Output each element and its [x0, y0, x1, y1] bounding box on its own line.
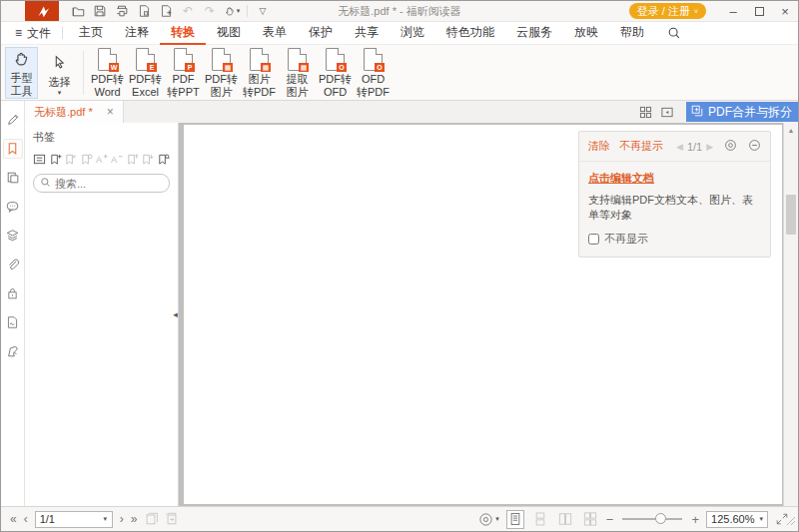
- facing-view-icon[interactable]: [556, 510, 574, 529]
- zoom-out-button[interactable]: −: [606, 512, 614, 527]
- thumbnail-grid-icon[interactable]: [639, 106, 652, 119]
- open-file-icon[interactable]: [67, 2, 89, 20]
- next-page-icon[interactable]: ›: [120, 512, 124, 526]
- comments-icon[interactable]: [3, 197, 23, 217]
- menu-tab-features[interactable]: 特色功能: [435, 22, 505, 45]
- previous-page-icon[interactable]: ‹: [24, 512, 28, 526]
- pdf-to-ofd-button[interactable]: O PDF转 OFD: [317, 47, 354, 99]
- zoom-level-box[interactable]: 125.60% ▾: [706, 511, 768, 528]
- extract-image-button[interactable]: ▦ 提取 图片: [279, 47, 316, 99]
- menu-tab-view[interactable]: 视图: [206, 22, 252, 45]
- menu-tab-protect[interactable]: 保护: [298, 22, 344, 45]
- zoom-in-button[interactable]: +: [691, 512, 699, 527]
- document-tab-bar: 无标题.pdf * × PDF合并与拆分: [25, 101, 798, 123]
- scroll-up-arrow-icon[interactable]: ▲: [784, 123, 798, 137]
- attachments-icon[interactable]: [3, 255, 23, 274]
- document-tab[interactable]: 无标题.pdf * ×: [25, 101, 124, 123]
- menu-tab-form[interactable]: 表单: [252, 22, 298, 45]
- notification-clear-button[interactable]: 清除: [588, 139, 610, 154]
- page-dropdown-caret-icon[interactable]: ▾: [99, 515, 112, 523]
- previous-view-icon[interactable]: [144, 512, 158, 526]
- page-thumbnails-icon[interactable]: [3, 168, 23, 188]
- view-mode-icon[interactable]: ▾: [478, 512, 499, 527]
- save-icon[interactable]: [89, 2, 111, 20]
- customize-toolbar-chevron-icon[interactable]: ▽: [252, 2, 274, 20]
- new-document-icon[interactable]: [155, 2, 177, 20]
- menu-tab-comment[interactable]: 注释: [114, 22, 160, 45]
- search-icon[interactable]: [667, 26, 681, 40]
- resize-grip[interactable]: [786, 515, 796, 529]
- notification-prev-icon[interactable]: ◀: [676, 142, 683, 152]
- digital-signature-icon[interactable]: [3, 312, 23, 332]
- hand-icon: [12, 48, 31, 72]
- foxit-logo-icon: [25, 1, 59, 21]
- delete-bookmark-icon[interactable]: [64, 152, 77, 167]
- bookmark-options-icon[interactable]: [33, 152, 46, 167]
- bookmark-search-input[interactable]: [55, 178, 163, 190]
- layers-icon[interactable]: [3, 226, 23, 246]
- single-page-view-icon[interactable]: [506, 510, 524, 529]
- scrollbar-thumb[interactable]: [786, 195, 796, 235]
- zoom-slider-thumb[interactable]: [655, 513, 666, 524]
- image-to-pdf-button[interactable]: ▦ 图片 转PDF: [241, 47, 278, 99]
- continuous-view-icon[interactable]: [531, 510, 549, 529]
- dont-show-again-checkbox[interactable]: [588, 234, 599, 245]
- panel-collapse-arrow-icon[interactable]: ◂: [171, 304, 180, 324]
- save-as-icon[interactable]: [133, 2, 155, 20]
- pdf-to-excel-button[interactable]: E PDF转 Excel: [127, 47, 164, 99]
- ofd-to-pdf-button[interactable]: O OFD 转PDF: [355, 47, 392, 99]
- menu-tab-share[interactable]: 共享: [344, 22, 390, 45]
- login-label: 登录 / 注册: [637, 4, 690, 19]
- menu-tab-help[interactable]: 帮助: [609, 22, 655, 45]
- menu-tab-cloud[interactable]: 云服务: [505, 22, 563, 45]
- pdf-to-word-button[interactable]: W PDF转 Word: [89, 47, 126, 99]
- close-button[interactable]: ×: [772, 1, 798, 21]
- minimize-button[interactable]: –: [720, 1, 746, 21]
- edit-pencil-icon[interactable]: [3, 110, 23, 130]
- notification-settings-icon[interactable]: [724, 139, 737, 154]
- pdf-merge-split-button[interactable]: PDF合并与拆分: [686, 102, 798, 122]
- ribbon-divider: [83, 51, 84, 95]
- quick-tool-hand-icon[interactable]: ▾: [221, 2, 243, 20]
- next-view-icon[interactable]: [165, 512, 179, 526]
- move-bookmark-up-icon[interactable]: [126, 152, 139, 167]
- add-bookmark-icon[interactable]: [48, 152, 61, 167]
- menu-file[interactable]: ≡ 文件: [9, 25, 57, 42]
- menu-tab-home[interactable]: 主页: [68, 22, 114, 45]
- tab-close-icon[interactable]: ×: [107, 105, 114, 119]
- bookmark-settings-icon[interactable]: [157, 152, 170, 167]
- undo-icon[interactable]: ↶: [177, 2, 199, 20]
- document-view-area[interactable]: 清除 不再提示 ◀ 1/1 ▶: [179, 123, 798, 506]
- redo-icon[interactable]: ↷: [199, 2, 221, 20]
- svg-text:A: A: [111, 155, 118, 165]
- bookmarks-panel-title: 书签: [33, 130, 170, 145]
- stamp-icon[interactable]: [3, 341, 23, 361]
- vertical-scrollbar[interactable]: ▲: [783, 123, 798, 506]
- promote-bookmark-icon[interactable]: A: [95, 152, 108, 167]
- notification-no-remind-button[interactable]: 不再提示: [619, 139, 663, 154]
- notification-minimize-icon[interactable]: [748, 139, 761, 154]
- login-register-button[interactable]: 登录 / 注册 ˅: [629, 3, 706, 19]
- page-number-input[interactable]: [36, 513, 99, 525]
- move-bookmark-down-icon[interactable]: [141, 152, 154, 167]
- menu-tab-browse[interactable]: 浏览: [390, 22, 435, 45]
- maximize-button[interactable]: [746, 1, 772, 21]
- last-page-icon[interactable]: »: [131, 512, 138, 526]
- rename-bookmark-icon[interactable]: [79, 152, 92, 167]
- menu-tab-convert[interactable]: 转换: [160, 22, 206, 45]
- demote-bookmark-icon[interactable]: A: [110, 152, 123, 167]
- edit-document-link[interactable]: 点击编辑文档: [588, 171, 761, 186]
- select-tool-button[interactable]: 选择 ▾: [41, 47, 78, 99]
- bookmarks-panel-icon[interactable]: [3, 139, 23, 159]
- print-icon[interactable]: [111, 2, 133, 20]
- facing-continuous-view-icon[interactable]: [581, 510, 599, 529]
- first-page-icon[interactable]: «: [10, 512, 17, 526]
- notification-next-icon[interactable]: ▶: [706, 142, 713, 152]
- pdf-to-ppt-button[interactable]: P PDF 转PPT: [165, 47, 202, 99]
- pdf-to-image-button[interactable]: ▦ PDF转 图片: [203, 47, 240, 99]
- security-lock-icon[interactable]: [3, 283, 23, 303]
- menu-tab-present[interactable]: 放映: [563, 22, 609, 45]
- hand-tool-button[interactable]: 手型 工具: [5, 47, 38, 99]
- tab-list-icon[interactable]: [660, 106, 674, 119]
- zoom-slider[interactable]: [622, 518, 682, 520]
